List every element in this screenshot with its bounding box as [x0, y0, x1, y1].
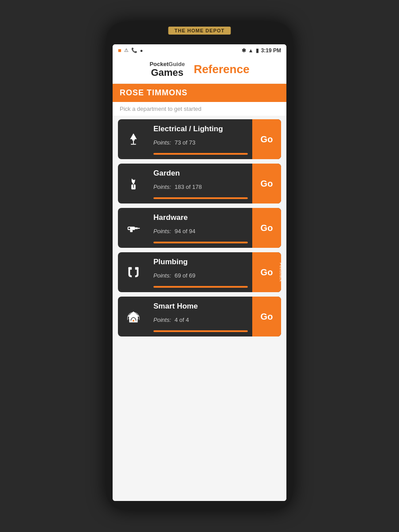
smarthome-progress-fill [153, 330, 248, 332]
smarthome-points-value: 4 of 4 [175, 317, 189, 323]
garden-points-value: 183 of 178 [175, 184, 202, 190]
hardware-points-row: Points: 94 of 94 [153, 228, 248, 235]
electrical-points-label: Points: [153, 139, 171, 146]
wifi-icon: ▲ [248, 47, 254, 54]
hardware-go-button[interactable]: Go [252, 208, 281, 248]
smarthome-points-row: Points: 4 of 4 [153, 317, 248, 323]
hardware-progress-bar [153, 242, 248, 243]
garden-name: Garden [153, 169, 248, 178]
svg-rect-2 [133, 141, 134, 144]
hd-status-icon: ■ [118, 47, 121, 54]
garden-points-label: Points: [153, 184, 171, 190]
svg-rect-7 [135, 227, 138, 229]
plumbing-progress-bar [153, 286, 248, 288]
dot-icon: ● [140, 48, 143, 53]
garden-points-row: Points: 183 of 178 [153, 184, 248, 190]
user-banner: ROSE TIMMONS [113, 84, 286, 102]
status-bar: ■ ⚠ 📞 ● ✱ ▲ ▮ 3:19 PM [113, 44, 286, 56]
plumbing-progress-fill [153, 286, 248, 288]
garden-progress-bar [153, 197, 248, 199]
smarthome-icon [125, 308, 142, 325]
plumbing-info: Plumbing Points: 69 of 69 [149, 252, 252, 292]
phone-icon: 📞 [131, 47, 137, 53]
smarthome-info: Smart Home Points: 4 of 4 [149, 297, 252, 336]
plumbing-points-value: 69 of 69 [175, 272, 196, 279]
lamp-icon [125, 131, 142, 148]
games-title: Games [149, 67, 184, 78]
garden-progress-fill [153, 197, 248, 199]
status-icons-left: ■ ⚠ 📞 ● [118, 47, 143, 54]
plumbing-icon [125, 264, 142, 281]
hardware-icon-area [118, 208, 149, 248]
electrical-progress-fill [153, 153, 248, 155]
dept-card-garden: Garden Points: 183 of 178 Go [118, 164, 281, 203]
hd-store-label: THE HOME DEPOT [168, 27, 231, 35]
electrical-info: Electrical / Lighting Points: 73 of 73 [149, 119, 252, 159]
reference-title: Reference [194, 63, 250, 76]
svg-point-14 [133, 320, 134, 322]
svg-rect-12 [135, 267, 139, 269]
hardware-points-label: Points: [153, 228, 171, 235]
svg-rect-8 [138, 228, 140, 229]
dept-card-smarthome: Smart Home Points: 4 of 4 Go [118, 297, 281, 336]
electrical-points-row: Points: 73 of 73 [153, 139, 248, 146]
svg-rect-1 [132, 139, 135, 141]
plumbing-name: Plumbing [153, 258, 248, 266]
smarthome-icon-area [118, 297, 149, 336]
garden-icon [125, 175, 142, 192]
dept-card-electrical: Electrical / Lighting Points: 73 of 73 G… [118, 119, 281, 159]
garden-icon-area [118, 164, 149, 203]
svg-marker-0 [130, 133, 137, 139]
electrical-points-value: 73 of 73 [175, 139, 196, 146]
user-name: ROSE TIMMONS [120, 88, 279, 98]
phone-device: THE HOME DEPOT ■ ⚠ 📞 ● ✱ ▲ ▮ 3:19 PM Poc… [106, 22, 293, 510]
smarthome-progress-bar [153, 330, 248, 332]
electrical-icon-area [118, 119, 149, 159]
battery-icon: ▮ [256, 47, 259, 54]
svg-point-10 [128, 227, 131, 230]
bluetooth-icon: ✱ [242, 47, 246, 54]
department-list: Electrical / Lighting Points: 73 of 73 G… [113, 116, 286, 501]
electrical-name: Electrical / Lighting [153, 125, 248, 133]
smarthome-points-label: Points: [153, 317, 171, 323]
drill-icon [125, 219, 142, 236]
svg-rect-11 [129, 267, 132, 269]
hardware-info: Hardware Points: 94 of 94 [149, 208, 252, 248]
plumbing-points-label: Points: [153, 272, 171, 279]
warning-icon: ⚠ [124, 47, 129, 53]
smarthome-name: Smart Home [153, 302, 248, 311]
electrical-go-button[interactable]: Go [252, 119, 281, 159]
garden-info: Garden Points: 183 of 178 [149, 164, 252, 203]
feedback-tab[interactable]: Feedback [278, 260, 281, 285]
pocket-guide-label: PocketGuide [149, 61, 184, 67]
plumbing-icon-area [118, 252, 149, 292]
phone-screen: ■ ⚠ 📞 ● ✱ ▲ ▮ 3:19 PM PocketGuide Games … [113, 44, 286, 501]
plumbing-points-row: Points: 69 of 69 [153, 272, 248, 279]
dept-card-plumbing: Plumbing Points: 69 of 69 Go Feedback [118, 252, 281, 292]
electrical-progress-bar [153, 153, 248, 155]
status-right: ✱ ▲ ▮ 3:19 PM [242, 47, 281, 54]
hardware-points-value: 94 of 94 [175, 228, 196, 235]
subtitle: Pick a department to get started [113, 102, 286, 116]
hardware-name: Hardware [153, 213, 248, 222]
dept-card-hardware: Hardware Points: 94 of 94 Go [118, 208, 281, 248]
header-left: PocketGuide Games [149, 61, 184, 78]
app-header: PocketGuide Games Reference [113, 56, 286, 84]
time-display: 3:19 PM [261, 47, 281, 54]
plumbing-go-button[interactable]: Go [252, 252, 281, 292]
svg-rect-3 [131, 144, 136, 145]
garden-go-button[interactable]: Go [252, 164, 281, 203]
svg-rect-9 [130, 230, 133, 232]
hardware-progress-fill [153, 242, 248, 243]
smarthome-go-button[interactable]: Go [252, 297, 281, 336]
